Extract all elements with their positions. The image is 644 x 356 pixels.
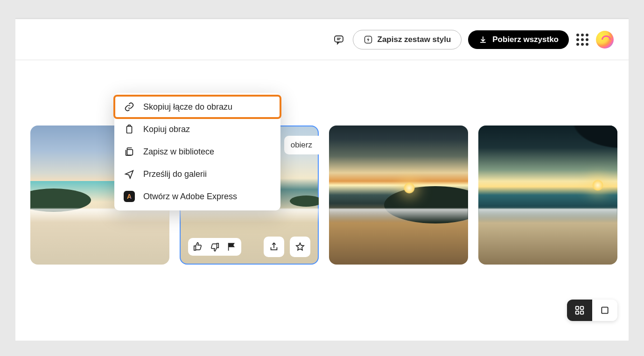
single-icon — [600, 306, 609, 315]
bolt-preset-icon — [364, 35, 373, 44]
svg-rect-7 — [581, 307, 583, 309]
svg-rect-10 — [602, 307, 608, 313]
clipboard-icon — [124, 124, 135, 135]
menu-copy-image[interactable]: Kopiuj obraz — [114, 118, 280, 140]
svg-rect-8 — [576, 311, 579, 314]
svg-rect-5 — [127, 149, 133, 155]
rating-group — [188, 238, 241, 256]
menu-save-library[interactable]: Zapisz w bibliotece — [114, 140, 280, 163]
svg-rect-6 — [576, 307, 579, 309]
menu-item-label: Prześlij do galerii — [143, 169, 207, 179]
download-all-label: Pobierz wszystko — [492, 35, 559, 44]
thumbs-up-button[interactable] — [193, 242, 203, 252]
download-all-button[interactable]: Pobierz wszystko — [468, 30, 569, 49]
menu-copy-link[interactable]: Skopiuj łącze do obrazu — [114, 96, 280, 118]
chat-icon — [333, 34, 344, 45]
menu-item-label: Skopiuj łącze do obrazu — [143, 102, 232, 112]
canvas-area: obierz — [15, 60, 629, 341]
adobe-express-icon: A — [124, 191, 135, 202]
svg-rect-4 — [127, 126, 132, 133]
single-view-button[interactable] — [592, 300, 617, 321]
context-menu: Skopiuj łącze do obrazu Kopiuj obraz — [114, 93, 280, 210]
favorite-button[interactable] — [290, 237, 310, 257]
result-card[interactable] — [478, 126, 617, 265]
apps-launcher-button[interactable] — [575, 33, 589, 47]
user-avatar[interactable] — [596, 31, 614, 49]
save-style-button[interactable]: Zapisz zestaw stylu — [353, 30, 462, 49]
library-icon — [124, 146, 135, 157]
svg-rect-9 — [581, 311, 583, 314]
menu-item-label: Otwórz w Adobe Express — [143, 192, 237, 202]
app-window: Zapisz zestaw stylu Pobierz wszystko — [15, 18, 629, 341]
save-style-label: Zapisz zestaw stylu — [378, 35, 451, 44]
card-action-bar — [188, 237, 310, 257]
star-icon — [295, 242, 305, 252]
flag-icon — [226, 242, 237, 252]
flag-button[interactable] — [226, 242, 237, 252]
download-icon — [478, 35, 488, 44]
menu-open-express[interactable]: A Otwórz w Adobe Express — [114, 185, 280, 208]
thumbs-up-icon — [193, 242, 203, 252]
share-icon — [269, 242, 279, 252]
header-bar: Zapisz zestaw stylu Pobierz wszystko — [15, 19, 629, 60]
svg-rect-0 — [335, 36, 343, 42]
share-button[interactable] — [264, 237, 284, 257]
link-icon — [124, 101, 135, 112]
menu-send-gallery[interactable]: Prześlij do galerii — [114, 163, 280, 185]
menu-item-label: Kopiuj obraz — [143, 125, 190, 134]
grid-icon — [574, 305, 585, 315]
grid-view-button[interactable] — [567, 300, 592, 321]
thumbs-down-button[interactable] — [210, 242, 220, 252]
thumbs-down-icon — [210, 242, 220, 252]
download-chip[interactable]: obierz — [284, 136, 319, 154]
send-icon — [124, 168, 135, 180]
view-toggle — [567, 300, 617, 321]
feedback-button[interactable] — [331, 32, 346, 47]
menu-item-label: Zapisz w bibliotece — [143, 147, 214, 157]
result-card[interactable] — [329, 126, 468, 265]
